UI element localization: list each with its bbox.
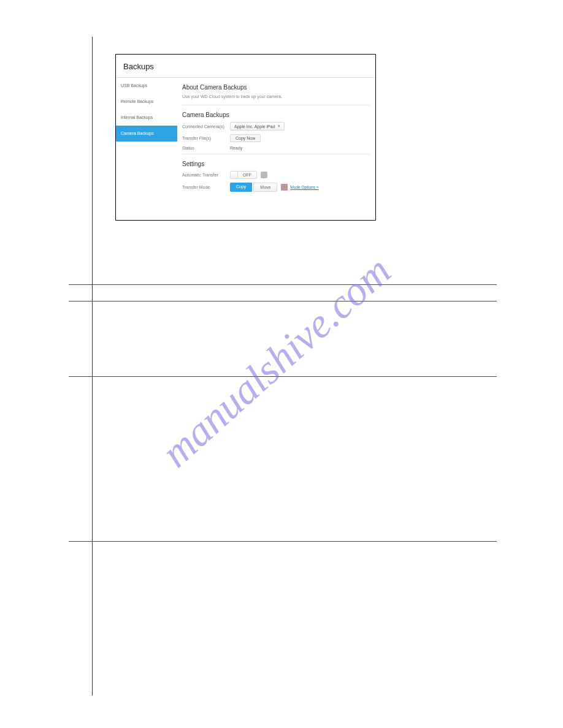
connected-cameras-dropdown[interactable]: Apple Inc. Apple iPad ▾ [230, 122, 285, 131]
backups-panel: Backups USB Backups Remote Backups Inter… [115, 54, 376, 221]
auto-transfer-label: Automatic Transfer [182, 173, 230, 177]
sidebar-item-label: Remote Backups [121, 99, 153, 104]
horizontal-rule [69, 541, 497, 542]
divider [182, 154, 370, 154]
sidebar-item-usb-backups[interactable]: USB Backups [116, 78, 177, 94]
settings-heading: Settings [182, 161, 370, 167]
horizontal-rule [69, 301, 497, 301]
divider [182, 105, 370, 105]
connected-cameras-label: Connected Camera(s) [182, 124, 230, 129]
sidebar-item-label: USB Backups [121, 83, 147, 88]
copy-now-button[interactable]: Copy Now [230, 134, 261, 142]
sidebar-item-remote-backups[interactable]: Remote Backups [116, 94, 177, 110]
row-status: Status Ready [182, 146, 370, 150]
transfer-mode-segment: Copy Move [230, 183, 277, 192]
mode-options-link[interactable]: Mode Options » [290, 185, 318, 189]
row-transfer-files: Transfer File(s) Copy Now [182, 134, 370, 142]
about-heading: About Camera Backups [182, 84, 370, 91]
book-icon[interactable] [281, 184, 288, 191]
mode-move-button[interactable]: Move [253, 183, 277, 192]
camera-heading: Camera Backups [182, 112, 370, 118]
row-auto-transfer: Automatic Transfer OFF [182, 171, 370, 179]
horizontal-rule [69, 376, 497, 377]
mode-copy-button[interactable]: Copy [230, 183, 252, 192]
transfer-files-label: Transfer File(s) [182, 136, 230, 140]
content-pane: About Camera Backups Use your WD Cloud s… [177, 78, 375, 195]
horizontal-rule [69, 284, 497, 285]
toggle-knob [231, 172, 238, 178]
sidebar-item-label: Camera Backups [121, 131, 154, 135]
chevron-down-icon: ▾ [278, 124, 280, 129]
panel-body: USB Backups Remote Backups Internal Back… [116, 78, 375, 195]
sidebar-item-camera-backups[interactable]: Camera Backups [116, 126, 177, 142]
transfer-mode-label: Transfer Mode [182, 185, 230, 189]
vertical-rule [92, 37, 93, 696]
help-icon[interactable] [261, 172, 267, 178]
row-connected-cameras: Connected Camera(s) Apple Inc. Apple iPa… [182, 122, 370, 131]
status-label: Status [182, 146, 230, 150]
sidebar: USB Backups Remote Backups Internal Back… [116, 78, 177, 195]
auto-transfer-toggle[interactable]: OFF [230, 171, 257, 179]
status-value: Ready [230, 146, 242, 150]
panel-title: Backups [116, 55, 375, 78]
row-transfer-mode: Transfer Mode Copy Move Mode Options » [182, 183, 370, 192]
about-body: Use your WD Cloud system to back up your… [182, 94, 370, 99]
connected-cameras-value: Apple Inc. Apple iPad [234, 124, 275, 129]
sidebar-item-internal-backups[interactable]: Internal Backups [116, 110, 177, 126]
toggle-off-label: OFF [238, 172, 256, 178]
sidebar-item-label: Internal Backups [121, 115, 153, 119]
